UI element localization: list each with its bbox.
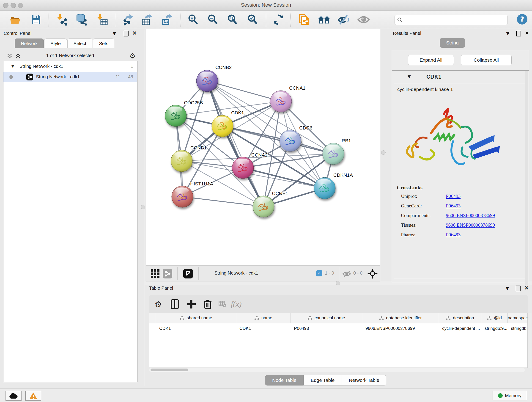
crosslink-link[interactable]: 9606.ENSP00000378699 [446,213,495,218]
network-node-CDKN1A[interactable] [314,177,336,199]
delete-table-icon[interactable] [217,298,228,310]
zoom-selected-button[interactable] [247,13,259,26]
crosslink-link[interactable]: P06493 [446,232,461,238]
function-builder-icon[interactable]: f(x) [230,298,242,310]
tab-string[interactable]: String [440,38,465,48]
network-node-CCNA1[interactable] [270,90,292,112]
right-splitter-handle[interactable] [381,150,386,155]
table-row[interactable]: CDK1CDK1P064939606.ENSP00000378699cyclin… [149,323,528,333]
tab-sets[interactable]: Sets [93,38,114,48]
save-session-button[interactable] [30,13,42,26]
column-header-shared-name[interactable]: shared name [156,313,236,323]
entry-details: cyclin-dependent kinase 1 [394,84,527,279]
grid-view-icon[interactable] [151,269,159,278]
birdseye-toggle-icon[interactable] [183,269,193,279]
tab-select[interactable]: Select [67,38,93,48]
zoom-fit-button[interactable] [226,13,239,26]
import-network-file-button[interactable] [56,13,68,26]
tree-expander-icon[interactable]: ▼ [11,64,14,68]
selected-checkbox-icon[interactable]: ✓ [316,270,322,276]
network-canvas[interactable]: CCNB2CCNA1CDC25BCDK1CDC6RB1CCNB1CCNA2CDK… [146,29,380,265]
export-table-button[interactable] [141,13,153,26]
column-header-label: shared name [187,315,212,320]
column-header-label: description [453,315,474,320]
network-status-dot [9,75,13,79]
create-column-icon[interactable] [186,298,197,310]
scrollbar-thumb[interactable] [151,369,188,371]
column-header-database-identifier[interactable]: database identifier [362,313,439,323]
search-input[interactable] [405,16,504,24]
network-node-RB1[interactable] [323,143,344,165]
panel-menu-icon[interactable]: ▼ [113,31,116,36]
zoom-out-button[interactable] [207,13,219,26]
clone-network-button[interactable] [298,13,311,26]
panel-menu-icon[interactable]: ▼ [506,286,509,291]
column-header--id[interactable]: @id [481,313,508,323]
cytoscape-window: Session: New Session ? Control Panel [0,0,532,402]
import-network-database-button[interactable] [76,13,88,26]
export-network-button[interactable] [122,13,134,26]
node-label-CCNA2: CCNA2 [251,152,268,157]
network-node-CCNE1[interactable] [253,196,274,217]
network-node-CDK1[interactable] [212,115,233,137]
crosslink-link[interactable]: P06493 [446,193,461,199]
zoom-in-button[interactable] [187,13,199,26]
network-node-CCNA2[interactable] [232,157,254,179]
tab-network-table[interactable]: Network Table [342,375,386,385]
network-node-CDC25B[interactable] [165,105,186,127]
expand-all-button[interactable]: Expand All [408,55,454,65]
network-edge-CCNE1-CCNB2[interactable] [207,81,264,206]
hide-selected-button[interactable] [337,13,350,26]
network-node-CCNB1[interactable] [171,150,192,172]
crosshair-icon[interactable] [367,269,378,279]
entry-header[interactable]: ▼ CDK1 [392,71,529,83]
close-panel-icon[interactable]: ✕ [525,30,529,36]
network-options-gear-icon[interactable]: ⚙ [129,52,136,60]
crosslink-link[interactable]: 9606.ENSP00000378699 [446,222,495,228]
string-network-icon [26,74,33,80]
cloud-button[interactable] [6,391,22,401]
column-header-name[interactable]: name [236,313,291,323]
close-panel-icon[interactable]: ✕ [525,285,529,291]
first-neighbors-button[interactable] [318,13,330,26]
left-splitter-handle[interactable] [141,205,145,209]
table-horizontal-scrollbar[interactable] [149,368,525,372]
table-options-gear-icon[interactable]: ⚙ [152,298,164,310]
show-all-button[interactable] [357,13,370,26]
tab-network[interactable]: Network [15,38,44,48]
network-edge-CCNE1-HIST1H1A[interactable] [182,197,264,206]
network-node-CCNB2[interactable] [196,70,218,92]
table-vertical-scrollbar[interactable] [527,313,531,368]
network-node-HIST1H1A[interactable] [172,186,193,207]
tab-style[interactable]: Style [44,38,67,48]
network-node-CDC6[interactable] [279,130,301,152]
column-header-description[interactable]: description [439,313,481,323]
tab-edge-table[interactable]: Edge Table [304,375,342,385]
results-scrollbar[interactable] [525,71,528,303]
help-button[interactable]: ? [517,14,527,25]
close-panel-icon[interactable]: ✕ [133,30,137,36]
crosslink-link[interactable]: P06493 [446,203,461,209]
tab-node-table[interactable]: Node Table [265,375,304,385]
panel-menu-icon[interactable]: ▼ [506,31,510,36]
network-row[interactable]: String Network - cdk1 11 48 [3,72,137,82]
export-image-button[interactable] [160,13,173,26]
float-panel-icon[interactable] [516,31,521,36]
column-header-namespace[interactable]: namespace [508,313,528,323]
string-view-icon[interactable] [163,269,172,279]
collapse-all-button[interactable]: Collapse All [461,55,512,65]
show-columns-icon[interactable] [169,298,181,310]
memory-button[interactable]: Memory [493,391,527,400]
float-panel-icon[interactable] [124,31,128,36]
float-panel-icon[interactable] [516,286,520,291]
hidden-eye-slash-icon [342,271,351,277]
import-table-button[interactable] [96,13,109,26]
column-header-label: namespace [508,315,528,320]
column-header-canonical-name[interactable]: canonical name [291,313,362,323]
entry-expander-icon[interactable]: ▼ [408,74,411,79]
open-session-button[interactable] [9,13,22,26]
apply-layout-button[interactable] [272,13,285,26]
delete-column-icon[interactable] [202,298,214,310]
network-collection-row[interactable]: ▼ String Network - cdk1 1 [3,61,137,72]
warnings-button[interactable] [25,391,41,401]
